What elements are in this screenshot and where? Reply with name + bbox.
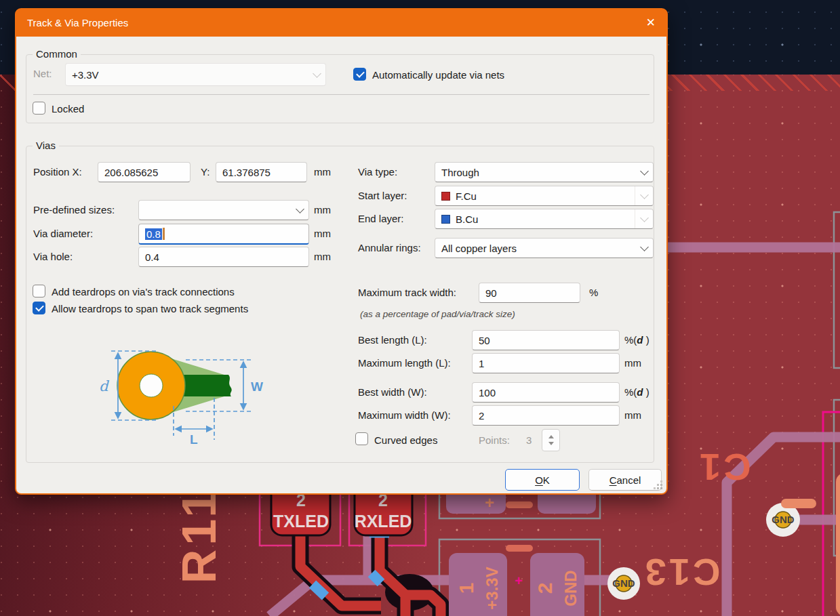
cap-plus-mark: +	[485, 493, 494, 512]
annular-rings-label: Annular rings:	[358, 241, 421, 255]
best-width-input[interactable]: 100	[472, 382, 620, 403]
anchor-cross: +	[515, 573, 523, 588]
silkscreen-dash-top	[506, 501, 533, 508]
via-type-combo[interactable]: Through	[435, 162, 654, 182]
net-combo-button	[308, 64, 325, 85]
position-y-label: Y:	[201, 165, 209, 179]
start-layer-combo-button	[635, 186, 653, 205]
max-length-input[interactable]: 1	[472, 353, 620, 373]
add-teardrops-checkbox[interactable]	[33, 285, 45, 297]
best-length-label: Best length (L):	[358, 333, 427, 347]
max-track-width-input[interactable]: 90	[479, 283, 580, 303]
position-y-value: 61.376875	[222, 167, 271, 178]
locked-label: Locked	[52, 102, 84, 116]
position-y-input[interactable]: 61.376875	[216, 162, 307, 182]
predefined-sizes-combo-button[interactable]	[291, 201, 308, 220]
via-diameter-label: Via diameter:	[33, 227, 93, 241]
via-diameter-value: 0.8	[145, 228, 162, 240]
refdes-c1: C1	[697, 446, 751, 489]
max-width-unit: mm	[624, 409, 641, 422]
diagram-d-label: d	[99, 378, 110, 394]
auto-update-checkbox[interactable]	[353, 68, 366, 81]
common-group: Common Net: +3.3V Automatically update v…	[26, 54, 654, 123]
max-width-input[interactable]: 2	[472, 405, 620, 426]
via-diameter-input[interactable]: 0.8	[138, 224, 309, 245]
best-length-input[interactable]: 50	[472, 330, 620, 350]
spin-up-icon	[548, 435, 554, 438]
curved-edges-checkbox[interactable]	[355, 432, 368, 445]
txled-net-label: TXLED	[273, 512, 329, 531]
start-layer-combo: F.Cu	[435, 186, 654, 206]
end-layer-combo-button	[635, 209, 653, 228]
start-layer-value: F.Cu	[456, 190, 635, 202]
position-x-label: Position X:	[33, 165, 82, 179]
chevron-down-icon	[640, 243, 649, 251]
via-hole-value: 0.4	[145, 251, 159, 263]
bcu-layer-swatch	[441, 215, 450, 224]
curved-edges-label: Curved edges	[374, 434, 437, 447]
best-width-value: 100	[479, 387, 496, 398]
best-length-unit: %(d )	[624, 333, 649, 347]
auto-update-label: Automatically update via nets	[372, 68, 504, 82]
pad1-net: +3.3V	[483, 567, 501, 609]
end-layer-value: B.Cu	[456, 213, 635, 225]
span-teardrops-label: Allow teardrops to span two track segmen…	[52, 302, 248, 316]
resize-grip[interactable]	[654, 480, 663, 490]
via-type-label: Via type:	[358, 165, 397, 179]
start-layer-label: Start layer:	[358, 189, 407, 203]
via-diameter-unit: mm	[314, 227, 331, 241]
max-length-label: Maximum length (L):	[358, 356, 451, 370]
max-track-width-value: 90	[485, 287, 497, 299]
cancel-button[interactable]: Cancel	[588, 469, 662, 491]
via-type-combo-button[interactable]	[635, 163, 653, 182]
position-unit: mm	[314, 165, 331, 179]
silkscreen-bar-right	[836, 473, 840, 616]
position-x-input[interactable]: 206.085625	[98, 162, 191, 182]
best-width-label: Best width (W):	[358, 386, 427, 399]
max-track-width-unit: %	[589, 286, 598, 300]
diagram-w-label: W	[251, 379, 263, 394]
position-x-value: 206.085625	[104, 167, 158, 178]
best-width-unit: %(d )	[624, 386, 649, 399]
refdes-r11: R11	[173, 487, 226, 584]
teardrop-diagram: d W L	[72, 334, 275, 449]
dialog-titlebar[interactable]: Track & Via Properties ✕	[16, 9, 667, 37]
courtyard-right-upper	[834, 212, 840, 368]
vias-group-legend: Vias	[33, 139, 59, 152]
points-value: 3	[526, 434, 532, 447]
via-hole-unit: mm	[314, 250, 331, 264]
points-spinner	[542, 429, 560, 451]
pad2-number: 2	[534, 583, 556, 594]
refdes-c13: C13	[643, 551, 721, 594]
predefined-sizes-label: Pre-defined sizes:	[33, 203, 115, 217]
locked-checkbox[interactable]	[33, 102, 45, 115]
best-length-value: 50	[479, 335, 490, 346]
chevron-down-icon	[640, 167, 649, 176]
ok-button[interactable]: OK	[505, 469, 580, 491]
via-type-value: Through	[441, 167, 635, 178]
silkscreen-dash-right	[781, 499, 816, 508]
chevron-down-icon	[640, 190, 649, 199]
via-gnd-1: GND	[607, 567, 640, 600]
predefined-sizes-combo[interactable]	[138, 200, 309, 220]
via-hole-input[interactable]: 0.4	[138, 247, 309, 267]
chevron-down-icon	[640, 213, 649, 222]
silkscreen-dash-bottom	[506, 545, 533, 552]
common-separator	[33, 94, 649, 95]
annular-rings-combo-button[interactable]	[635, 239, 653, 258]
annular-rings-combo[interactable]: All copper layers	[435, 238, 654, 258]
points-label: Points:	[479, 434, 510, 447]
close-icon[interactable]: ✕	[646, 17, 656, 28]
diagram-l-label: L	[190, 432, 198, 447]
pad1-number: 1	[455, 583, 477, 594]
annular-rings-value: All copper layers	[441, 243, 635, 254]
span-teardrops-checkbox[interactable]	[33, 302, 45, 314]
text-caret	[163, 228, 165, 240]
predefined-unit: mm	[314, 203, 331, 217]
vias-group: Vias Position X: 206.085625 Y: 61.376875…	[26, 146, 654, 463]
fcu-layer-swatch	[441, 192, 450, 201]
common-group-legend: Common	[33, 47, 81, 61]
chevron-down-icon	[296, 205, 304, 213]
spin-down-icon	[548, 442, 554, 445]
add-teardrops-label: Add teardrops on via's track connections	[52, 285, 235, 299]
